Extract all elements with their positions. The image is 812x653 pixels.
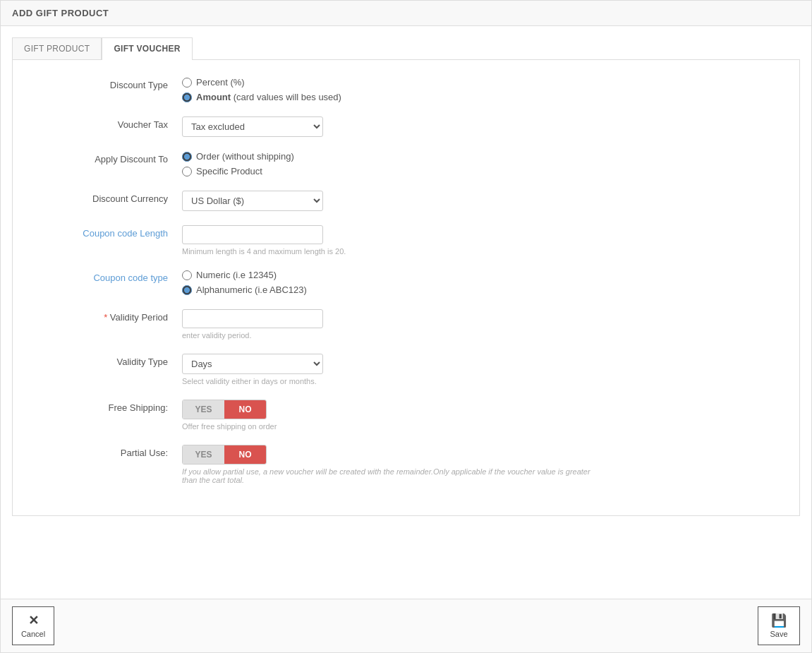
apply-discount-row: Apply Discount To Order (without shippin… (41, 151, 771, 176)
apply-discount-order[interactable]: Order (without shipping) (182, 151, 771, 162)
voucher-tax-label: Voucher Tax (41, 116, 182, 130)
page-title: ADD GIFT PRODUCT (12, 8, 109, 18)
discount-type-label: Discount Type (41, 77, 182, 90)
validity-type-hint: Select validity either in days or months… (182, 377, 771, 385)
free-shipping-row: Free Shipping: YES NO Offer free shippin… (41, 400, 771, 431)
save-button[interactable]: 💾 Save (758, 606, 800, 645)
tab-content-gift-voucher: Discount Type Percent (%) Amount (card v… (12, 60, 800, 516)
save-icon: 💾 (771, 614, 787, 627)
voucher-tax-control: Tax excluded Tax included (182, 116, 771, 137)
cancel-icon: ✕ (28, 614, 39, 627)
radio-amount[interactable] (182, 92, 192, 102)
free-shipping-control: YES NO Offer free shipping on order (182, 400, 771, 431)
content-area: GIFT PRODUCT GIFT VOUCHER Discount Type … (1, 26, 811, 599)
free-shipping-no-button[interactable]: NO (224, 400, 266, 419)
save-label: Save (770, 630, 787, 638)
main-container: ADD GIFT PRODUCT GIFT PRODUCT GIFT VOUCH… (0, 0, 812, 653)
coupon-code-length-control: Minimum length is 4 and maximum length i… (182, 225, 771, 256)
discount-currency-control: US Dollar ($) Euro (€) British Pound (£) (182, 191, 771, 211)
coupon-code-type-radio-group: Numeric (i.e 12345) Alphanumeric (i.e AB… (182, 270, 771, 295)
free-shipping-hint: Offer free shipping on order (182, 422, 771, 431)
partial-use-label: Partial Use: (41, 445, 182, 458)
coupon-code-length-row: Coupon code Length Minimum length is 4 a… (41, 225, 771, 256)
discount-type-amount[interactable]: Amount (card values will bes used) (182, 92, 771, 102)
apply-discount-label: Apply Discount To (41, 151, 182, 164)
partial-use-control: YES NO If you allow partial use, a new v… (182, 445, 771, 484)
coupon-code-type-control: Numeric (i.e 12345) Alphanumeric (i.e AB… (182, 270, 771, 295)
coupon-type-alphanumeric[interactable]: Alphanumeric (i.e ABC123) (182, 284, 771, 295)
radio-numeric[interactable] (182, 270, 192, 280)
free-shipping-yes-button[interactable]: YES (183, 400, 224, 419)
apply-discount-specific[interactable]: Specific Product (182, 166, 771, 176)
voucher-tax-row: Voucher Tax Tax excluded Tax included (41, 116, 771, 137)
free-shipping-label: Free Shipping: (41, 400, 182, 413)
coupon-code-length-input[interactable] (182, 225, 323, 244)
partial-use-no-button[interactable]: NO (224, 445, 266, 464)
free-shipping-toggle: YES NO (182, 400, 267, 419)
radio-order[interactable] (182, 152, 192, 162)
validity-type-row: Validity Type Days Months Select validit… (41, 354, 771, 385)
apply-discount-control: Order (without shipping) Specific Produc… (182, 151, 771, 176)
coupon-code-type-row: Coupon code type Numeric (i.e 12345) Alp… (41, 270, 771, 295)
validity-type-label: Validity Type (41, 354, 182, 367)
coupon-type-numeric[interactable]: Numeric (i.e 12345) (182, 270, 771, 280)
tab-gift-product[interactable]: GIFT PRODUCT (12, 37, 102, 59)
cancel-label: Cancel (21, 630, 45, 638)
discount-currency-row: Discount Currency US Dollar ($) Euro (€)… (41, 191, 771, 211)
partial-use-toggle: YES NO (182, 445, 267, 465)
validity-period-input[interactable] (182, 309, 323, 328)
validity-type-control: Days Months Select validity either in da… (182, 354, 771, 385)
discount-currency-label: Discount Currency (41, 191, 182, 204)
validity-type-select[interactable]: Days Months (182, 354, 323, 374)
discount-type-radio-group: Percent (%) Amount (card values will bes… (182, 77, 771, 102)
radio-alphanumeric[interactable] (182, 285, 192, 295)
validity-period-label: Validity Period (41, 309, 182, 323)
page-header: ADD GIFT PRODUCT (1, 1, 811, 26)
partial-use-row: Partial Use: YES NO If you allow partial… (41, 445, 771, 484)
radio-specific[interactable] (182, 167, 192, 176)
partial-use-yes-button[interactable]: YES (183, 445, 224, 464)
validity-period-hint: enter validity period. (182, 331, 771, 340)
footer-bar: ✕ Cancel 💾 Save (1, 599, 811, 652)
discount-currency-select[interactable]: US Dollar ($) Euro (€) British Pound (£) (182, 191, 323, 211)
cancel-button[interactable]: ✕ Cancel (12, 606, 54, 645)
discount-type-percent[interactable]: Percent (%) (182, 77, 771, 88)
apply-discount-radio-group: Order (without shipping) Specific Produc… (182, 151, 771, 176)
validity-period-row: Validity Period enter validity period. (41, 309, 771, 340)
voucher-tax-select[interactable]: Tax excluded Tax included (182, 116, 323, 137)
coupon-code-length-hint: Minimum length is 4 and maximum length i… (182, 247, 771, 256)
validity-period-control: enter validity period. (182, 309, 771, 340)
discount-type-row: Discount Type Percent (%) Amount (card v… (41, 77, 771, 102)
tab-gift-voucher[interactable]: GIFT VOUCHER (102, 37, 192, 60)
discount-type-control: Percent (%) Amount (card values will bes… (182, 77, 771, 102)
radio-percent[interactable] (182, 78, 192, 88)
partial-use-hint: If you allow partial use, a new voucher … (182, 467, 605, 484)
tabs-bar: GIFT PRODUCT GIFT VOUCHER (12, 37, 800, 60)
coupon-code-type-label: Coupon code type (41, 270, 182, 283)
coupon-code-length-label: Coupon code Length (41, 225, 182, 239)
